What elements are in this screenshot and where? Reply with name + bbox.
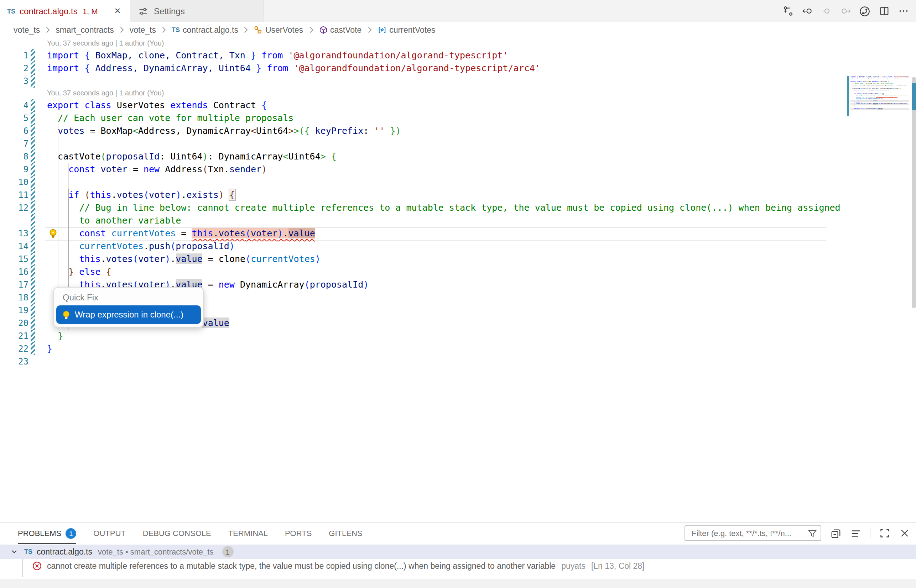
breadcrumb-label: smart_contracts <box>55 26 114 34</box>
code-text: import { BoxMap, clone, Contract, Txn } … <box>47 49 508 62</box>
chevron-right-icon <box>45 26 50 34</box>
codelens-row[interactable]: You, 37 seconds ago | 1 author (You) <box>0 38 916 49</box>
code-line[interactable]: 23 <box>0 355 916 368</box>
breadcrumb-item-currentVotes[interactable]: currentVotes <box>377 26 435 34</box>
breadcrumb-item-contract.algo.ts[interactable]: TScontract.algo.ts <box>172 26 238 34</box>
code-line[interactable]: 4export class UserVotes extends Contract… <box>0 99 916 112</box>
git-gutter-decoration <box>31 62 35 75</box>
error-source: puyats <box>561 562 586 570</box>
view-as-table-icon[interactable] <box>850 528 861 539</box>
panel-tab-label: OUTPUT <box>93 529 125 538</box>
code-line[interactable]: 6 votes = BoxMap<Address, DynamicArray<U… <box>0 124 916 137</box>
maximize-panel-icon[interactable] <box>879 528 890 539</box>
panel-tab-output[interactable]: OUTPUT <box>93 522 125 544</box>
code-line[interactable]: 14 currentVotes.push(proposalId) <box>0 240 916 253</box>
breadcrumb-label: currentVotes <box>389 26 435 34</box>
code-text: castVote(proposalId: Uint64): DynamicArr… <box>47 150 337 163</box>
panel-tab-ports[interactable]: PORTS <box>285 522 312 544</box>
more-actions-icon[interactable] <box>898 5 909 17</box>
codelens-label[interactable]: You, 37 seconds ago | 1 author (You) <box>47 87 164 99</box>
chevron-down-icon[interactable] <box>10 548 18 556</box>
git-gutter-decoration <box>31 253 35 265</box>
error-message: cannot create multiple references to a m… <box>47 562 555 570</box>
line-number <box>0 214 29 227</box>
line-number <box>0 87 29 99</box>
tab-contract-algo-ts[interactable]: TS contract.algo.ts 1, M ✕ <box>0 0 130 22</box>
code-line[interactable]: 7 <box>0 137 916 150</box>
breadcrumb-item-castVote[interactable]: castVote <box>319 26 361 34</box>
line-number: 20 <box>0 317 29 330</box>
breadcrumb-item-UserVotes[interactable]: UserVotes <box>254 26 303 34</box>
code-line[interactable]: 12 // Bug in line below: cannot create m… <box>0 202 916 214</box>
next-change-disabled-icon <box>840 5 851 17</box>
quick-fix-title: Quick Fix <box>56 289 201 305</box>
code-editor[interactable]: You, 37 seconds ago | 1 author (You)1imp… <box>0 38 916 522</box>
code-text: currentVotes.push(proposalId) <box>47 240 235 253</box>
filter-input[interactable] <box>690 528 808 538</box>
code-line[interactable]: 16 } else { <box>0 265 916 278</box>
breadcrumb-label: vote_ts <box>129 26 156 34</box>
code-line[interactable]: 5 // Each user can vote for multiple pro… <box>0 112 916 124</box>
panel-tab-problems[interactable]: PROBLEMS1 <box>18 522 76 544</box>
tab-settings[interactable]: Settings <box>130 0 264 22</box>
line-number: 21 <box>0 330 29 342</box>
lightbulb-icon[interactable] <box>49 228 58 239</box>
panel-tab-debug-console[interactable]: DEBUG CONSOLE <box>143 522 211 544</box>
tab-bar: TS contract.algo.ts 1, M ✕ Settings <box>0 0 916 22</box>
panel-tab-gitlens[interactable]: GITLENS <box>329 522 362 544</box>
code-line[interactable]: 8 castVote(proposalId: Uint64): DynamicA… <box>0 150 916 163</box>
git-gutter-decoration <box>31 227 35 240</box>
close-icon[interactable]: ✕ <box>112 5 123 17</box>
code-text: } <box>47 342 52 355</box>
git-gutter-decoration <box>31 176 35 189</box>
codelens-row[interactable]: You, 37 seconds ago | 1 author (You) <box>0 87 916 99</box>
line-number: 17 <box>0 278 29 291</box>
code-text: votes = BoxMap<Address, DynamicArray<Uin… <box>47 124 401 137</box>
code-line[interactable]: 10 <box>0 176 916 189</box>
close-panel-icon[interactable] <box>899 528 910 539</box>
codelens-label[interactable]: You, 37 seconds ago | 1 author (You) <box>47 38 164 49</box>
line-number: 22 <box>0 342 29 355</box>
tab-title: Settings <box>154 6 185 16</box>
line-number: 1 <box>0 49 29 62</box>
split-editor-icon[interactable] <box>878 5 890 17</box>
git-gutter-decoration <box>31 189 35 202</box>
code-line[interactable]: 15 this.votes(voter).value = clone(curre… <box>0 253 916 265</box>
breadcrumb-item-smart_contracts[interactable]: smart_contracts <box>55 26 114 34</box>
git-gutter-decoration <box>31 202 35 214</box>
line-number: 4 <box>0 99 29 112</box>
chevron-right-icon <box>243 26 249 34</box>
typescript-file-icon: TS <box>172 26 180 34</box>
code-line[interactable]: 13 const currentVotes = this.votes(voter… <box>0 227 916 240</box>
code-line[interactable]: 11 if (this.votes(voter).exists) { <box>0 189 916 202</box>
problem-error-row[interactable]: cannot create multiple references to a m… <box>0 559 916 573</box>
code-line[interactable]: 21 } <box>0 330 916 342</box>
problems-filter[interactable] <box>685 525 821 541</box>
breadcrumb-item-vote_ts[interactable]: vote_ts <box>129 26 156 34</box>
code-line[interactable]: 22} <box>0 342 916 355</box>
quick-fix-action[interactable]: Wrap expression in clone(...) <box>56 305 201 324</box>
typescript-file-icon: TS <box>24 548 32 555</box>
filter-funnel-icon <box>808 528 817 538</box>
code-text: this.votes(voter).value = clone(currentV… <box>47 253 320 265</box>
line-number: 18 <box>0 291 29 304</box>
problems-file-path: vote_ts • smart_contracts/vote_ts <box>98 548 213 556</box>
panel-tab-terminal[interactable]: TERMINAL <box>228 522 268 544</box>
git-gutter-decoration <box>31 214 35 227</box>
code-line[interactable]: 9 const voter = new Address(Txn.sender) <box>0 163 916 176</box>
commit-graph-icon[interactable] <box>859 5 871 17</box>
collapse-all-icon[interactable] <box>830 528 841 539</box>
code-line[interactable]: 1import { BoxMap, clone, Contract, Txn }… <box>0 49 916 62</box>
open-changes-icon[interactable] <box>782 5 793 17</box>
code-line[interactable]: to another variable <box>0 214 916 227</box>
breadcrumb-item-vote_ts[interactable]: vote_ts <box>13 26 40 34</box>
code-line[interactable]: 3 <box>0 75 916 87</box>
previous-change-icon[interactable] <box>801 5 813 17</box>
git-gutter-decoration <box>31 240 35 253</box>
code-text: if (this.votes(voter).exists) { <box>47 189 235 202</box>
problems-file-row[interactable]: TS contract.algo.ts vote_ts • smart_cont… <box>0 544 916 559</box>
breadcrumb-label: castVote <box>330 26 361 34</box>
panel-tab-label: PROBLEMS <box>18 529 61 538</box>
code-line[interactable]: 2import { Address, DynamicArray, Uint64 … <box>0 62 916 75</box>
typescript-file-icon: TS <box>7 8 15 15</box>
